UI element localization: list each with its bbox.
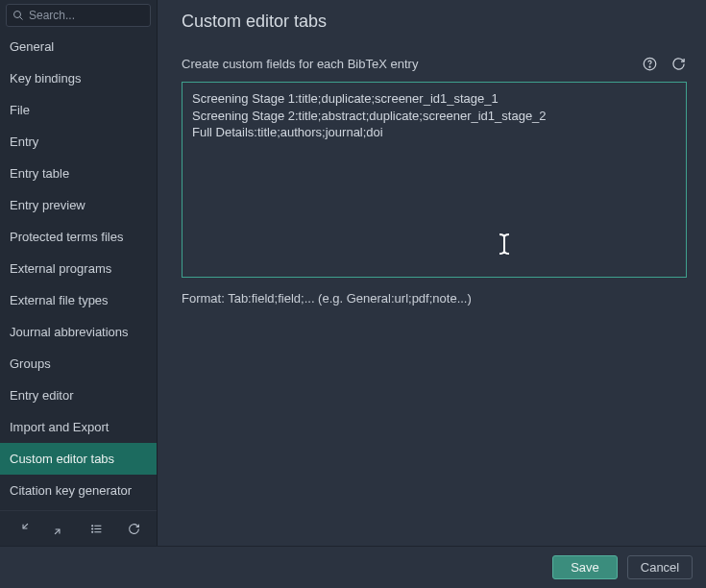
page-title: Custom editor tabs xyxy=(182,12,687,32)
sidebar-item-general[interactable]: General xyxy=(0,31,157,62)
sidebar-item-protected-terms[interactable]: Protected terms files xyxy=(0,221,157,253)
cancel-button[interactable]: Cancel xyxy=(627,555,693,579)
svg-line-3 xyxy=(55,529,60,534)
sidebar-item-key-bindings[interactable]: Key bindings xyxy=(0,62,157,94)
svg-point-8 xyxy=(92,527,93,528)
reset-icon[interactable] xyxy=(669,55,687,72)
search-input[interactable] xyxy=(29,9,144,22)
nav-list: General Key bindings File Entry Entry ta… xyxy=(0,31,157,510)
svg-point-7 xyxy=(92,525,93,526)
sidebar-item-label: Custom editor tabs xyxy=(10,452,114,466)
sidebar-item-label: Entry preview xyxy=(10,198,85,212)
svg-line-1 xyxy=(20,17,23,20)
save-button[interactable]: Save xyxy=(552,555,618,579)
sidebar-item-label: Citation key generator xyxy=(10,483,132,498)
sidebar-item-label: Import and Export xyxy=(10,420,109,434)
sidebar-item-label: Entry editor xyxy=(10,388,73,403)
sidebar-item-label: External programs xyxy=(10,261,111,276)
sidebar-item-label: Entry table xyxy=(10,166,69,181)
sidebar-item-import-export[interactable]: Import and Export xyxy=(0,411,157,443)
svg-point-11 xyxy=(649,66,650,67)
button-label: Save xyxy=(571,560,599,575)
format-hint: Format: Tab:field;field;... (e.g. Genera… xyxy=(182,291,687,306)
sidebar: General Key bindings File Entry Entry ta… xyxy=(0,0,158,546)
sidebar-item-entry-table[interactable]: Entry table xyxy=(0,158,157,189)
sidebar-item-label: External file types xyxy=(10,293,109,307)
sidebar-item-journal-abbreviations[interactable]: Journal abbreviations xyxy=(0,316,157,348)
sidebar-item-label: General xyxy=(10,39,54,54)
page-subtitle: Create custom fields for each BibTeX ent… xyxy=(182,57,641,71)
svg-point-0 xyxy=(14,12,21,18)
content-pane: Custom editor tabs Create custom fields … xyxy=(158,0,706,546)
sidebar-item-external-file-types[interactable]: External file types xyxy=(0,284,157,316)
sidebar-footer xyxy=(0,510,157,546)
sidebar-item-citation-key-generator[interactable]: Citation key generator xyxy=(0,475,157,506)
sidebar-item-entry-editor[interactable]: Entry editor xyxy=(0,380,157,411)
search-box[interactable] xyxy=(6,4,151,27)
svg-line-2 xyxy=(23,524,28,528)
custom-tabs-textarea[interactable] xyxy=(182,82,687,278)
sidebar-item-label: Key bindings xyxy=(10,71,81,86)
help-icon[interactable] xyxy=(641,55,658,72)
sidebar-item-custom-editor-tabs[interactable]: Custom editor tabs xyxy=(0,443,157,475)
sidebar-item-label: File xyxy=(10,103,30,117)
sidebar-item-entry[interactable]: Entry xyxy=(0,126,157,158)
sidebar-item-entry-preview[interactable]: Entry preview xyxy=(0,189,157,221)
sidebar-item-label: Journal abbreviations xyxy=(10,325,129,339)
sidebar-item-file[interactable]: File xyxy=(0,94,157,126)
list-icon[interactable] xyxy=(84,519,110,538)
button-bar: Save Cancel xyxy=(0,546,706,588)
svg-point-9 xyxy=(92,531,93,532)
sidebar-item-label: Protected terms files xyxy=(10,230,124,244)
refresh-icon[interactable] xyxy=(121,519,148,538)
collapse-in-icon[interactable] xyxy=(9,519,36,538)
search-icon xyxy=(12,10,24,21)
sidebar-item-external-programs[interactable]: External programs xyxy=(0,253,157,284)
sidebar-item-groups[interactable]: Groups xyxy=(0,348,157,380)
sidebar-item-label: Groups xyxy=(10,356,51,371)
button-label: Cancel xyxy=(641,560,679,575)
sidebar-item-label: Entry xyxy=(10,135,38,149)
expand-out-icon[interactable] xyxy=(46,519,73,538)
